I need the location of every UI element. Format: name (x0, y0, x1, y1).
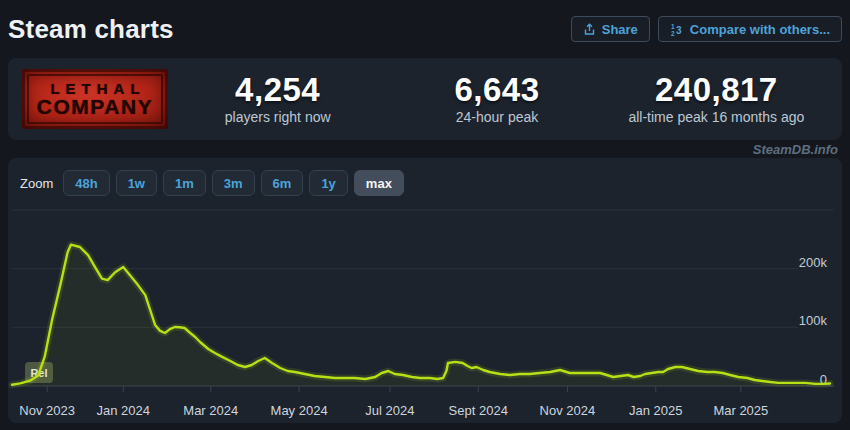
peak-24h-label: 24-hour peak (387, 109, 606, 125)
header-actions: Share 1 2 3 Compare with others... (571, 16, 842, 42)
logo-text-line2: COMPANY (37, 96, 153, 117)
x-axis-label: Sept 2024 (449, 403, 508, 418)
x-axis-label: May 2024 (271, 403, 328, 418)
compare-with-others-button[interactable]: 1 2 3 Compare with others... (658, 16, 842, 42)
stat-current-players: 4,254 players right now (168, 73, 387, 125)
compare-button-label: Compare with others... (690, 22, 830, 37)
current-players-label: players right now (168, 109, 387, 125)
page-header: Steam charts Share 1 2 3 (8, 0, 842, 58)
x-axis-label: Mar 2025 (713, 403, 768, 418)
y-axis-label: 100k (799, 313, 828, 328)
x-axis-label: Nov 2023 (19, 403, 75, 418)
peak-24h-value: 6,643 (387, 73, 606, 107)
y-axis-label: 200k (799, 255, 828, 270)
numbered-list-icon: 1 2 3 (670, 23, 684, 36)
x-axis-label: Nov 2024 (540, 403, 596, 418)
steamdb-charts-page: Steam charts Share 1 2 3 (0, 0, 850, 423)
stat-alltime-peak: 240,817 all-time peak 16 months ago (607, 73, 826, 125)
zoom-range-1y[interactable]: 1y (309, 170, 347, 196)
stat-24h-peak: 6,643 24-hour peak (387, 73, 606, 125)
players-chart-panel: Zoom 48h1w1m3m6m1ymax 0100k200kNov 2023J… (8, 158, 842, 423)
lethal-company-logo: LETHAL COMPANY (22, 69, 168, 129)
zoom-range-3m[interactable]: 3m (212, 170, 255, 196)
players-chart[interactable]: 0100k200kNov 2023Jan 2024Mar 2024May 202… (8, 200, 842, 423)
share-button[interactable]: Share (571, 16, 650, 42)
x-axis-label: Mar 2024 (183, 403, 238, 418)
zoom-range-6m[interactable]: 6m (261, 170, 304, 196)
zoom-range-1m[interactable]: 1m (163, 170, 206, 196)
svg-text:2: 2 (671, 29, 675, 36)
share-button-label: Share (602, 22, 638, 37)
zoom-label: Zoom (20, 176, 53, 191)
share-icon (583, 23, 596, 36)
page-title: Steam charts (8, 14, 174, 45)
zoom-controls: Zoom 48h1w1m3m6m1ymax (8, 158, 842, 196)
player-stats-panel: LETHAL COMPANY 4,254 players right now 6… (8, 58, 842, 140)
zoom-range-max[interactable]: max (354, 170, 404, 196)
zoom-range-buttons: 48h1w1m3m6m1ymax (63, 170, 404, 196)
x-axis-label: Jul 2024 (365, 403, 414, 418)
watermark-row: SteamDB.info (8, 140, 842, 158)
alltime-peak-label: all-time peak 16 months ago (607, 109, 826, 125)
players-area-fill (12, 245, 830, 386)
x-axis-label: Jan 2025 (629, 403, 683, 418)
logo-text-line1: LETHAL (44, 81, 145, 96)
zoom-range-1w[interactable]: 1w (116, 170, 157, 196)
zoom-range-48h[interactable]: 48h (63, 170, 109, 196)
alltime-peak-value: 240,817 (607, 73, 826, 107)
x-axis-label: Jan 2024 (96, 403, 150, 418)
current-players-value: 4,254 (168, 73, 387, 107)
steamdb-watermark: SteamDB.info (753, 142, 838, 157)
svg-text:3: 3 (676, 24, 682, 35)
